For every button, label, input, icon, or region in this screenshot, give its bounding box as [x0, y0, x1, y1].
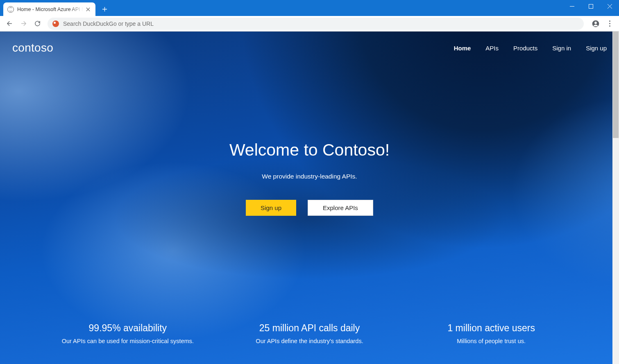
- stat-title: 1 million active users: [400, 323, 582, 334]
- hero: Welcome to Contoso! We provide industry-…: [0, 54, 619, 216]
- stat-api-calls: 25 million API calls daily Our APIs defi…: [219, 323, 401, 344]
- maximize-button[interactable]: [581, 0, 600, 12]
- stat-title: 99.95% availability: [37, 323, 219, 334]
- title-bar: Home - Microsoft Azure API Management: [0, 0, 619, 16]
- nav-home[interactable]: Home: [454, 45, 471, 52]
- close-tab-button[interactable]: [85, 6, 91, 13]
- browser-window: Home - Microsoft Azure API Management: [0, 0, 619, 364]
- hero-actions: Sign up Explore APIs: [0, 200, 619, 216]
- duckduckgo-icon: [52, 20, 59, 27]
- tabs-region: Home - Microsoft Azure API Management: [3, 0, 110, 16]
- explore-apis-button[interactable]: Explore APIs: [308, 200, 373, 216]
- stat-availability: 99.95% availability Our APIs can be used…: [37, 323, 219, 344]
- back-button[interactable]: [3, 18, 16, 30]
- profile-button[interactable]: [590, 18, 602, 30]
- signup-button[interactable]: Sign up: [246, 200, 296, 216]
- stat-users: 1 million active users Millions of peopl…: [400, 323, 582, 344]
- hero-subtitle: We provide industry-leading APIs.: [0, 173, 619, 180]
- minimize-button[interactable]: [562, 0, 581, 12]
- brand-logo[interactable]: contoso: [12, 41, 53, 54]
- reload-button[interactable]: [31, 18, 43, 30]
- stat-subtitle: Our APIs define the industry's standards…: [219, 338, 401, 344]
- browser-tab[interactable]: Home - Microsoft Azure API Management: [3, 2, 95, 16]
- nav-products[interactable]: Products: [513, 45, 537, 52]
- page-header: contoso Home APIs Products Sign in Sign …: [0, 32, 619, 54]
- nav-apis[interactable]: APIs: [485, 45, 499, 52]
- stat-subtitle: Our APIs can be used for mission-critica…: [37, 338, 219, 344]
- stats-row: 99.95% availability Our APIs can be used…: [0, 323, 619, 344]
- svg-rect-0: [589, 4, 593, 8]
- tab-title: Home - Microsoft Azure API Management: [17, 7, 83, 12]
- stat-subtitle: Millions of people trust us.: [400, 338, 582, 344]
- main-nav: Home APIs Products Sign in Sign up: [454, 45, 607, 52]
- svg-point-2: [594, 21, 597, 24]
- address-input[interactable]: Search DuckDuckGo or type a URL: [48, 18, 584, 30]
- close-window-button[interactable]: [600, 0, 619, 12]
- hero-title: Welcome to Contoso!: [0, 140, 619, 160]
- new-tab-button[interactable]: [99, 3, 110, 15]
- kebab-icon: [609, 20, 610, 27]
- address-placeholder: Search DuckDuckGo or type a URL: [63, 20, 579, 27]
- globe-icon: [7, 6, 14, 13]
- nav-signin[interactable]: Sign in: [552, 45, 571, 52]
- forward-button[interactable]: [17, 18, 29, 30]
- window-controls: [562, 0, 619, 16]
- browser-menu-button[interactable]: [603, 18, 616, 30]
- stat-title: 25 million API calls daily: [219, 323, 401, 334]
- address-bar: Search DuckDuckGo or type a URL: [0, 16, 619, 32]
- page-viewport: contoso Home APIs Products Sign in Sign …: [0, 32, 619, 364]
- nav-signup[interactable]: Sign up: [586, 45, 607, 52]
- scrollbar[interactable]: [612, 32, 619, 364]
- scrollbar-thumb[interactable]: [613, 32, 619, 138]
